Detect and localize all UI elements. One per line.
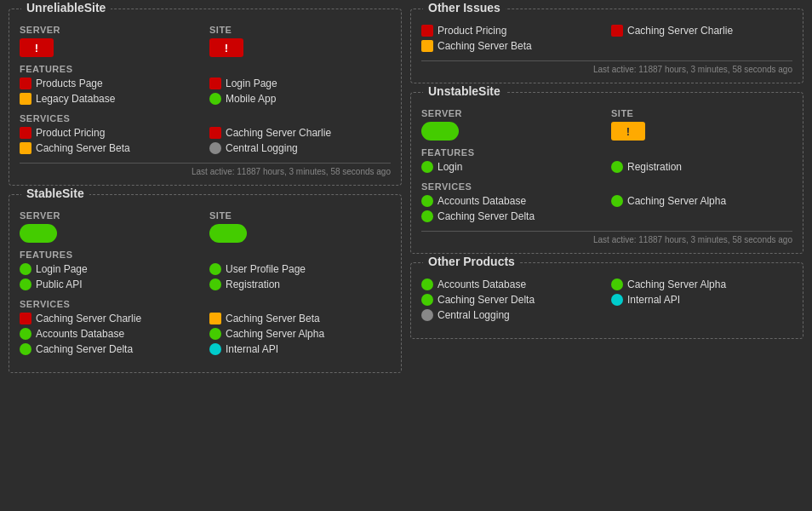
status-dot — [20, 93, 31, 105]
other-products-panel: Other Products Accounts Database Caching… — [410, 262, 803, 339]
list-item: Product Pricing — [421, 25, 603, 37]
unstable-site-panel: UnstableSite SERVER SITE ! FEATURES — [410, 92, 803, 254]
list-item: Internal API — [611, 294, 792, 306]
unstable-site-title: UnstableSite — [423, 84, 506, 98]
status-dot — [209, 127, 221, 139]
server-label: SERVER — [20, 25, 201, 35]
unreliable-services-col2: Caching Server Charlie Central Logging — [209, 127, 391, 154]
list-item: Caching Server Delta — [421, 210, 603, 222]
status-dot — [611, 25, 623, 37]
list-item: Caching Server Beta — [209, 313, 391, 324]
services-label-unstable: SERVICES — [421, 181, 603, 192]
server-label-stable: SERVER — [20, 210, 201, 221]
list-item: Products Page — [20, 78, 201, 89]
features-label: FEATURES — [20, 64, 201, 74]
status-dot — [20, 127, 31, 139]
status-dot — [209, 278, 221, 290]
list-item: Product Pricing — [20, 127, 201, 139]
unstable-services-col1: Accounts Database Caching Server Delta — [421, 195, 603, 222]
other-issues-panel: Other Issues Product Pricing Caching Ser… — [410, 9, 803, 83]
list-item: Caching Server Beta — [421, 40, 603, 52]
unstable-site-status: ! — [611, 122, 645, 141]
status-dot — [209, 313, 221, 324]
list-item: Caching Server Beta — [20, 142, 201, 154]
list-item: Caching Server Charlie — [209, 127, 391, 139]
status-dot — [209, 142, 221, 154]
status-dot — [20, 328, 31, 340]
list-item: Caching Server Delta — [20, 343, 201, 355]
site-label-stable: SITE — [209, 210, 391, 221]
unstable-features-col1: Login — [421, 161, 603, 173]
list-item: Caching Server Charlie — [611, 25, 792, 37]
services-label: SERVICES — [20, 113, 201, 123]
unreliable-features-col2: Login Page Mobile App — [209, 78, 391, 105]
site-label: SITE — [209, 25, 391, 35]
status-dot — [611, 195, 623, 207]
unreliable-site-panel: UnreliableSite SERVER ! SITE ! FEATURES — [9, 9, 402, 186]
stable-features-col2: User Profile Page Registration — [209, 263, 391, 290]
status-dot — [209, 93, 221, 105]
unreliable-site-title: UnreliableSite — [21, 1, 111, 14]
other-issues-col1: Product Pricing Caching Server Beta — [421, 25, 603, 52]
list-item: Login Page — [20, 263, 201, 275]
list-item: Caching Server Delta — [421, 294, 603, 306]
stable-site-title: StableSite — [21, 187, 89, 200]
other-products-title: Other Products — [423, 255, 520, 268]
status-dot — [20, 313, 31, 324]
status-dot — [611, 161, 623, 173]
unreliable-services-col1: Product Pricing Caching Server Beta — [20, 127, 201, 154]
unreliable-site-status: ! — [209, 38, 243, 57]
status-dot — [209, 78, 221, 89]
unreliable-server-status: ! — [20, 38, 54, 57]
status-dot — [421, 195, 433, 207]
services-label-stable: SERVICES — [20, 299, 201, 309]
status-dot — [209, 343, 221, 355]
other-issues-last-active: Last active: 11887 hours, 3 minutes, 58 … — [421, 60, 792, 74]
unreliable-features-col1: Products Page Legacy Database — [20, 78, 201, 105]
unstable-server-status — [421, 122, 459, 141]
unreliable-last-active: Last active: 11887 hours, 3 minutes, 58 … — [20, 163, 391, 176]
list-item: Caching Server Alpha — [209, 328, 391, 340]
unstable-features-col2: Registration — [611, 161, 792, 173]
unstable-last-active: Last active: 11887 hours, 3 minutes, 58 … — [421, 231, 792, 244]
status-dot — [421, 294, 433, 306]
features-label-unstable: FEATURES — [421, 147, 603, 158]
status-dot — [20, 263, 31, 275]
services-label-stable2 — [209, 299, 391, 309]
other-issues-title: Other Issues — [423, 1, 506, 14]
list-item: Caching Server Alpha — [611, 278, 792, 290]
status-dot — [20, 278, 31, 290]
status-dot — [20, 343, 31, 355]
list-item: User Profile Page — [209, 263, 391, 275]
status-dot — [421, 210, 433, 222]
status-dot — [20, 142, 31, 154]
features-label2 — [209, 64, 391, 74]
status-dot — [611, 294, 623, 306]
features-label-stable: FEATURES — [20, 250, 201, 260]
stable-features-col1: Login Page Public API — [20, 263, 201, 290]
other-products-col2: Caching Server Alpha Internal API — [611, 278, 792, 306]
status-dot — [209, 328, 221, 340]
list-item: Central Logging — [209, 142, 391, 154]
status-dot — [209, 263, 221, 275]
status-dot — [421, 309, 433, 321]
status-dot — [421, 25, 433, 37]
list-item: Accounts Database — [421, 195, 603, 207]
stable-site-panel: StableSite SERVER SITE FEATURES — [9, 194, 402, 373]
status-dot — [421, 40, 433, 52]
list-item: Login Page — [209, 78, 391, 89]
status-dot — [421, 161, 433, 173]
site-label-unstable: SITE — [611, 108, 792, 118]
list-item: Accounts Database — [421, 278, 603, 290]
stable-services-col1: Caching Server Charlie Accounts Database… — [20, 313, 201, 355]
list-item: Central Logging — [421, 309, 603, 321]
features-label-unstable2 — [611, 147, 792, 158]
features-label-stable2 — [209, 250, 391, 260]
list-item: Legacy Database — [20, 93, 201, 105]
list-item: Accounts Database — [20, 328, 201, 340]
unstable-services-col2: Caching Server Alpha — [611, 195, 792, 207]
status-dot — [611, 278, 623, 290]
other-issues-col2: Caching Server Charlie — [611, 25, 792, 37]
status-dot — [421, 278, 433, 290]
services-label2 — [209, 113, 391, 123]
